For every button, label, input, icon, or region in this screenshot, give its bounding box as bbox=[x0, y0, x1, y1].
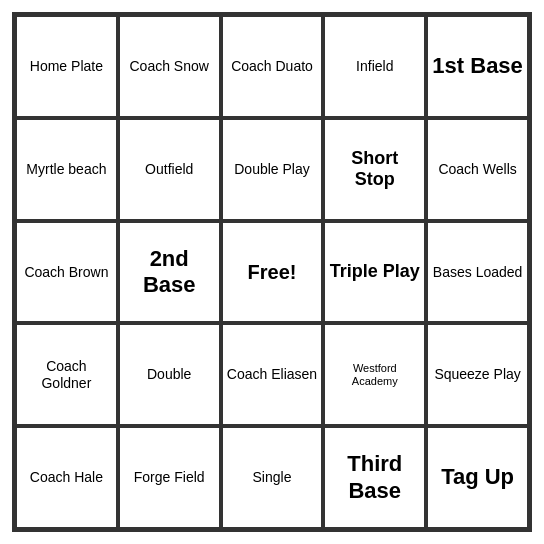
bingo-board: Home PlateCoach SnowCoach DuatoInfield1s… bbox=[12, 12, 532, 532]
cell-r1c0[interactable]: Myrtle beach bbox=[15, 118, 118, 221]
cell-r2c4[interactable]: Bases Loaded bbox=[426, 221, 529, 324]
cell-r3c4[interactable]: Squeeze Play bbox=[426, 323, 529, 426]
cell-r4c1[interactable]: Forge Field bbox=[118, 426, 221, 529]
cell-r4c0[interactable]: Coach Hale bbox=[15, 426, 118, 529]
cell-r0c3[interactable]: Infield bbox=[323, 15, 426, 118]
cell-r2c1[interactable]: 2nd Base bbox=[118, 221, 221, 324]
cell-r3c2[interactable]: Coach Eliasen bbox=[221, 323, 324, 426]
cell-r2c0[interactable]: Coach Brown bbox=[15, 221, 118, 324]
cell-r3c1[interactable]: Double bbox=[118, 323, 221, 426]
cell-r4c2[interactable]: Single bbox=[221, 426, 324, 529]
cell-r4c3[interactable]: Third Base bbox=[323, 426, 426, 529]
cell-r0c2[interactable]: Coach Duato bbox=[221, 15, 324, 118]
cell-r1c2[interactable]: Double Play bbox=[221, 118, 324, 221]
cell-r1c1[interactable]: Outfield bbox=[118, 118, 221, 221]
cell-r1c3[interactable]: Short Stop bbox=[323, 118, 426, 221]
cell-r2c3[interactable]: Triple Play bbox=[323, 221, 426, 324]
cell-r0c1[interactable]: Coach Snow bbox=[118, 15, 221, 118]
cell-r2c2[interactable]: Free! bbox=[221, 221, 324, 324]
cell-r3c0[interactable]: Coach Goldner bbox=[15, 323, 118, 426]
cell-r0c4[interactable]: 1st Base bbox=[426, 15, 529, 118]
cell-r1c4[interactable]: Coach Wells bbox=[426, 118, 529, 221]
cell-r4c4[interactable]: Tag Up bbox=[426, 426, 529, 529]
cell-r0c0[interactable]: Home Plate bbox=[15, 15, 118, 118]
cell-r3c3[interactable]: Westford Academy bbox=[323, 323, 426, 426]
